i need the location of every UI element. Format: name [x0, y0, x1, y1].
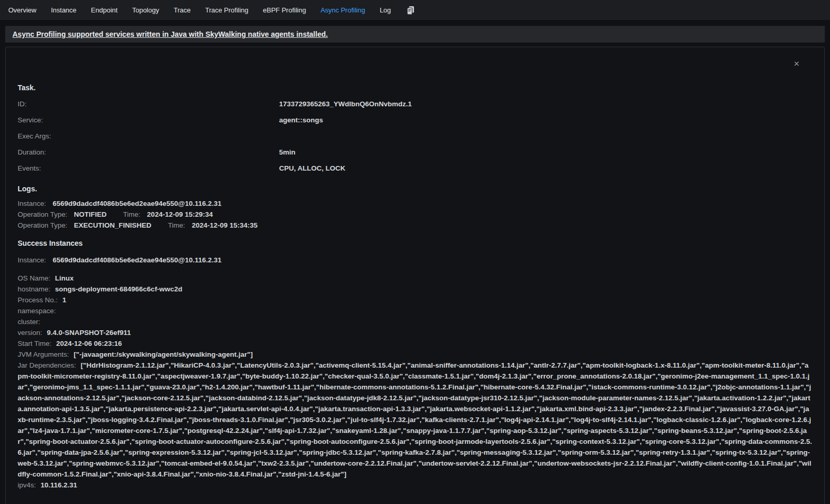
- tab-instance[interactable]: Instance: [51, 6, 76, 14]
- close-icon[interactable]: ×: [794, 59, 799, 68]
- tab-trace-profiling[interactable]: Trace Profiling: [205, 6, 248, 14]
- attr-label: OS Name:: [18, 274, 50, 282]
- attr-jvm-arguments: JVM Arguments:["-javaagent:/skywalking/a…: [18, 349, 812, 360]
- attr-process-no: Process No.:1: [18, 295, 812, 305]
- attr-os-name: OS Name:Linux: [18, 273, 812, 284]
- attr-label: ipv4s:: [18, 481, 36, 489]
- attr-label: Start Time:: [18, 340, 51, 347]
- banner-bar: Async Profiling supported services writt…: [5, 26, 825, 43]
- task-events-value: CPU, ALLOC, LOCK: [279, 164, 812, 173]
- logs-section-title: Logs.: [18, 185, 812, 193]
- attr-namespace: namespace:: [18, 305, 812, 316]
- attr-value: ["HdrHistogram-2.1.12.jar","HikariCP-4.0…: [18, 361, 812, 478]
- tab-endpoint[interactable]: Endpoint: [91, 6, 117, 14]
- log-entry: Operation Type: EXECUTION_FINISHED Time:…: [18, 220, 812, 231]
- attr-version: version:9.4.0-SNAPSHOT-26ef911: [18, 327, 812, 338]
- task-row-exec-args: Exec Args:: [18, 132, 812, 141]
- attr-value: 9.4.0-SNAPSHOT-26ef911: [47, 329, 131, 337]
- logs-instance-line: Instance: 6569d9dadcdf4086b5e6ed2eae94e5…: [18, 198, 812, 209]
- attr-value: songs-deployment-684966c6cf-wwc2d: [55, 285, 182, 293]
- task-row-duration: Duration: 5min: [18, 148, 812, 157]
- attr-start-time: Start Time:2024-12-06 06:23:16: [18, 338, 812, 349]
- time-value: 2024-12-09 15:29:34: [147, 211, 213, 218]
- operation-type-label: Operation Type:: [18, 211, 67, 218]
- attr-label: JVM Arguments:: [18, 351, 69, 358]
- attr-ipv4s: ipv4s:10.116.2.31: [18, 480, 812, 491]
- task-id-label: ID:: [18, 100, 279, 108]
- task-exec-args-value: [279, 132, 812, 141]
- instance-attributes: OS Name:Linux hostname:songs-deployment-…: [18, 273, 812, 491]
- documents-icon[interactable]: [407, 6, 414, 15]
- tab-topology[interactable]: Topology: [132, 6, 159, 14]
- logs-instance-value: 6569d9dadcdf4086b5e6ed2eae94e550@10.116.…: [53, 200, 222, 207]
- tab-ebpf-profiling[interactable]: eBPF Profiling: [263, 6, 306, 14]
- task-events-label: Events:: [18, 164, 279, 173]
- task-exec-args-label: Exec Args:: [18, 132, 279, 141]
- attr-label: Process No.:: [18, 296, 58, 304]
- success-instance-line: Instance: 6569d9dadcdf4086b5e6ed2eae94e5…: [18, 255, 812, 265]
- attr-value: 10.116.2.31: [40, 481, 77, 489]
- task-row-events: Events: CPU, ALLOC, LOCK: [18, 164, 812, 173]
- time-value: 2024-12-09 15:34:35: [192, 221, 258, 229]
- attr-value: 2024-12-06 06:23:16: [56, 340, 122, 347]
- operation-type-value: EXECUTION_FINISHED: [74, 221, 151, 229]
- tab-log[interactable]: Log: [380, 6, 391, 14]
- task-id-value: 1733729365263_YWdlbnQ6OnNvbmdz.1: [279, 100, 812, 108]
- task-duration-value: 5min: [279, 148, 812, 157]
- tab-trace[interactable]: Trace: [174, 6, 191, 14]
- task-row-service: Service: agent::songs: [18, 116, 812, 124]
- time-label: Time:: [168, 221, 185, 229]
- task-section-title: Task.: [18, 83, 812, 92]
- attr-label: version:: [18, 329, 42, 337]
- task-service-label: Service:: [18, 116, 279, 124]
- tab-async-profiling[interactable]: Async Profiling: [321, 6, 365, 14]
- task-detail-panel: × Task. ID: 1733729365263_YWdlbnQ6OnNvbm…: [5, 47, 825, 504]
- attr-label: namespace:: [18, 307, 56, 315]
- attr-value: ["-javaagent:/skywalking/agent/skywalkin…: [74, 351, 253, 358]
- task-duration-label: Duration:: [18, 148, 279, 157]
- success-instance-label: Instance:: [18, 256, 46, 264]
- operation-type-label: Operation Type:: [18, 221, 67, 229]
- attr-value: Linux: [55, 274, 74, 282]
- attr-label: hostname:: [18, 285, 50, 293]
- log-entry: Operation Type: NOTIFIED Time: 2024-12-0…: [18, 209, 812, 220]
- success-instances-title: Success Instances: [18, 239, 812, 247]
- attr-hostname: hostname:songs-deployment-684966c6cf-wwc…: [18, 284, 812, 295]
- top-nav: Overview Instance Endpoint Topology Trac…: [0, 0, 830, 21]
- tab-overview[interactable]: Overview: [8, 6, 36, 14]
- async-profiling-doc-link[interactable]: Async Profiling supported services writt…: [12, 30, 328, 38]
- attr-jar-dependencies: Jar Dependencies:["HdrHistogram-2.1.12.j…: [18, 360, 812, 480]
- attr-value: 1: [62, 296, 66, 304]
- attr-label: cluster:: [18, 318, 40, 326]
- time-label: Time:: [123, 211, 140, 218]
- logs-instance-label: Instance:: [18, 200, 46, 207]
- task-service-value: agent::songs: [279, 116, 812, 124]
- attr-label: Jar Dependencies:: [18, 361, 76, 369]
- task-row-id: ID: 1733729365263_YWdlbnQ6OnNvbmdz.1: [18, 100, 812, 108]
- operation-type-value: NOTIFIED: [74, 211, 107, 218]
- success-instance-value: 6569d9dadcdf4086b5e6ed2eae94e550@10.116.…: [53, 256, 222, 264]
- attr-cluster: cluster:: [18, 316, 812, 327]
